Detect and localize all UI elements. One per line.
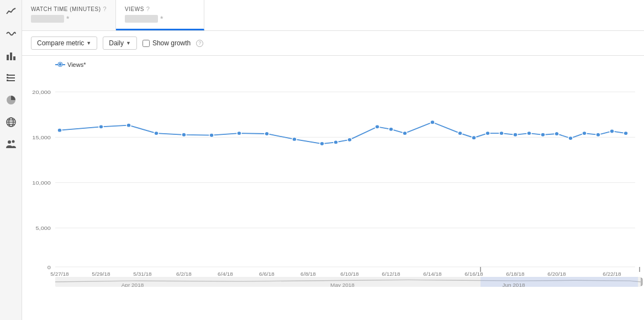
svg-point-57 [472, 136, 476, 140]
svg-text:20,000: 20,000 [32, 89, 51, 95]
svg-point-43 [154, 131, 159, 135]
svg-text:6/16/18: 6/16/18 [464, 271, 483, 277]
svg-text:6/20/18: 6/20/18 [547, 271, 566, 277]
svg-text:6/8/18: 6/8/18 [300, 271, 316, 277]
svg-point-64 [568, 136, 573, 140]
bar-chart-icon[interactable] [5, 50, 17, 62]
svg-text:5,000: 5,000 [35, 225, 51, 231]
svg-point-52 [375, 125, 379, 129]
daily-button[interactable]: Daily ▼ [103, 36, 137, 50]
views-value: * [125, 14, 195, 23]
watch-time-value: * [31, 14, 107, 23]
line-chart-svg: 20,000 15,000 10,000 5,000 0 5/27/18 5/2… [22, 72, 644, 287]
svg-rect-8 [7, 80, 8, 81]
svg-point-59 [499, 131, 504, 135]
show-growth-container[interactable]: Show growth [142, 39, 191, 47]
globe-icon[interactable] [5, 116, 17, 128]
svg-point-63 [555, 132, 559, 135]
svg-point-14 [8, 140, 11, 144]
svg-text:6/4/18: 6/4/18 [218, 271, 233, 277]
legend-label: Views* [67, 61, 86, 68]
wave-chart-icon[interactable] [5, 28, 17, 40]
svg-point-61 [527, 131, 531, 135]
svg-point-48 [292, 137, 297, 141]
svg-point-41 [99, 125, 103, 129]
svg-point-50 [334, 140, 338, 144]
svg-text:6/18/18: 6/18/18 [506, 271, 524, 277]
svg-point-62 [541, 133, 545, 137]
svg-point-15 [12, 140, 14, 143]
svg-text:5/27/18: 5/27/18 [50, 271, 68, 277]
svg-point-55 [430, 120, 435, 124]
svg-point-53 [389, 127, 393, 131]
svg-point-66 [596, 133, 600, 137]
svg-rect-2 [13, 56, 15, 60]
pie-chart-icon[interactable] [5, 94, 17, 106]
svg-point-45 [209, 133, 214, 137]
compare-metric-button[interactable]: Compare metric ▼ [31, 36, 97, 50]
svg-point-54 [403, 131, 407, 135]
svg-text:6/14/18: 6/14/18 [423, 271, 441, 277]
svg-point-65 [582, 131, 587, 135]
svg-point-51 [347, 138, 352, 141]
svg-point-40 [57, 128, 62, 132]
svg-point-42 [126, 123, 131, 127]
svg-text:6/10/18: 6/10/18 [340, 271, 358, 277]
svg-text:15,000: 15,000 [32, 134, 51, 140]
svg-text:5/31/18: 5/31/18 [133, 271, 151, 277]
content-area: WATCH TIME (MINUTES) ? * VIEWS ? * [22, 0, 644, 320]
chart-legend: Views* [55, 61, 86, 68]
svg-text:6/22/18: 6/22/18 [603, 271, 621, 277]
watch-time-help-icon[interactable]: ? [103, 6, 107, 12]
svg-text:6/2/18: 6/2/18 [176, 271, 192, 277]
svg-point-68 [624, 131, 628, 135]
svg-point-60 [513, 133, 518, 137]
svg-text:6/6/18: 6/6/18 [259, 271, 275, 277]
svg-text:May 2018: May 2018 [330, 282, 355, 287]
svg-point-49 [320, 141, 324, 145]
svg-text:0: 0 [47, 264, 51, 270]
tab-views[interactable]: VIEWS ? * [116, 0, 204, 30]
svg-point-67 [610, 129, 614, 133]
daily-arrow-icon: ▼ [126, 40, 131, 46]
svg-point-58 [485, 131, 490, 135]
list-icon[interactable] [5, 72, 17, 84]
line-chart-icon[interactable] [5, 6, 17, 18]
watch-time-title: WATCH TIME (MINUTES) ? [31, 6, 107, 12]
svg-text:6/12/18: 6/12/18 [382, 271, 400, 277]
svg-point-56 [458, 131, 462, 135]
svg-rect-7 [7, 77, 8, 78]
tab-watch-time[interactable]: WATCH TIME (MINUTES) ? * [22, 0, 116, 30]
metric-tabs: WATCH TIME (MINUTES) ? * VIEWS ? * [22, 0, 644, 31]
show-growth-checkbox[interactable] [142, 40, 150, 47]
svg-rect-1 [10, 53, 12, 60]
svg-text:Jun 2018: Jun 2018 [502, 282, 525, 287]
svg-point-44 [182, 133, 186, 137]
svg-point-47 [265, 132, 269, 135]
main-container: WATCH TIME (MINUTES) ? * VIEWS ? * [0, 0, 644, 320]
compare-metric-arrow-icon: ▼ [86, 40, 91, 46]
svg-rect-6 [7, 74, 8, 76]
show-growth-help-icon[interactable]: ? [196, 40, 203, 47]
people-icon[interactable] [5, 138, 17, 150]
views-help-icon[interactable]: ? [146, 6, 150, 12]
chart-area: Views* 20,000 15,000 10,000 5,000 [22, 56, 644, 320]
svg-rect-0 [7, 55, 9, 60]
controls-bar: Compare metric ▼ Daily ▼ Show growth ? [22, 31, 644, 56]
svg-point-46 [237, 131, 241, 135]
svg-text:10,000: 10,000 [32, 180, 51, 185]
svg-text:5/29/18: 5/29/18 [92, 271, 110, 277]
views-title: VIEWS ? [125, 6, 195, 12]
svg-text:Apr 2018: Apr 2018 [122, 282, 144, 287]
sidebar [0, 0, 22, 320]
